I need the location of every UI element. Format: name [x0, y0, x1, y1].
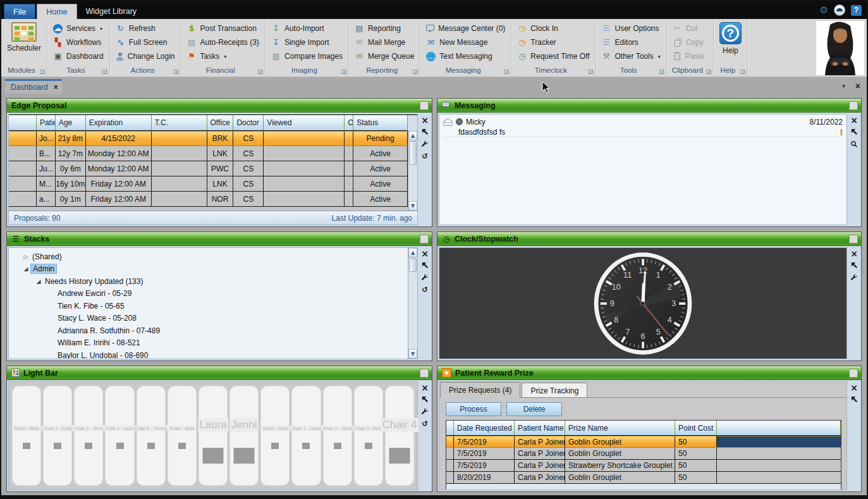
row-selector[interactable]	[446, 460, 454, 471]
popout-arrow-icon[interactable]	[850, 128, 859, 136]
user-avatar[interactable]	[816, 20, 865, 76]
messaging-header[interactable]: Messaging	[437, 99, 861, 113]
row-selector[interactable]	[446, 436, 454, 447]
tab-prize-requests[interactable]: Prize Requests (4)	[440, 382, 520, 398]
maximize-widget-icon[interactable]	[420, 235, 429, 243]
row-selector[interactable]	[9, 176, 37, 191]
messaging-dialog-launcher-icon[interactable]: ◲	[504, 69, 510, 75]
workflows-button[interactable]: ▚Workflows	[53, 35, 104, 49]
tree-item-shared[interactable]: ▷(Shared)	[11, 250, 417, 263]
tree-item-adrianna-r-sotfuthin-07-489[interactable]: Adrianna R. Sotfuthin - 07-489	[11, 324, 417, 337]
popout-arrow-icon[interactable]	[420, 128, 429, 136]
refresh-widget-icon[interactable]: ↺	[420, 152, 429, 160]
column-header-status[interactable]: Status	[353, 115, 408, 130]
column-header-patie[interactable]: Patie	[37, 115, 56, 130]
tree-item-admin[interactable]: ◢Admin	[11, 263, 417, 276]
tree-item-william-e-iririhi-08-521[interactable]: William E. Iririhi - 08-521	[11, 337, 417, 350]
expanded-triangle-icon[interactable]: ◢	[34, 278, 43, 285]
expanded-triangle-icon[interactable]: ◢	[21, 266, 30, 272]
close-tab-icon[interactable]: ×	[54, 83, 58, 92]
column-header-o[interactable]: O	[345, 115, 353, 130]
popout-arrow-icon[interactable]	[850, 395, 859, 404]
help-question-icon[interactable]: ?	[851, 5, 862, 16]
user-options-button[interactable]: ☰User Options	[602, 22, 661, 35]
chair-bar-laura[interactable]: Laura	[199, 386, 228, 486]
refresh-widget-icon[interactable]: ↺	[420, 419, 429, 428]
new-message-button[interactable]: ✉New Message	[426, 35, 505, 49]
edge-proposal-header[interactable]: Edge Proposal	[7, 99, 432, 113]
chair-bar-jenni[interactable]: Jenni	[229, 386, 259, 486]
imaging-dialog-launcher-icon[interactable]: ◲	[341, 69, 346, 75]
column-header-prize-name[interactable]: Prize Name	[565, 421, 675, 435]
delete-button[interactable]: Delete	[506, 402, 562, 416]
maximize-widget-icon[interactable]	[849, 369, 858, 378]
full-screen-button[interactable]: ↔Full Screen	[116, 35, 175, 49]
maximize-widget-icon[interactable]	[849, 235, 858, 243]
scroll-thumb[interactable]	[409, 258, 417, 272]
other-tools-button[interactable]: ⚒Other Tools▾	[602, 49, 661, 63]
stacks-header[interactable]: ☰ Stacks	[7, 232, 432, 246]
table-row[interactable]: Jo...21y 8m4/15/2022BRKCSPending	[9, 131, 408, 146]
refresh-button[interactable]: ↻Refresh	[116, 22, 175, 35]
actions-dialog-launcher-icon[interactable]: ◲	[173, 69, 179, 75]
message-center-0-button[interactable]: Message Center (0)	[426, 22, 505, 35]
services-button[interactable]: ☁Services▾	[53, 22, 104, 35]
table-row[interactable]: B...12y 7mMonday 12:00 AMLNKCSActive	[9, 146, 408, 161]
clipboard-dialog-launcher-icon[interactable]: ◲	[706, 69, 711, 75]
post-transaction-button[interactable]: $Post Transaction	[187, 22, 259, 35]
auto-import-button[interactable]: ↧Auto-Import	[271, 22, 343, 35]
help-dialog-launcher-icon[interactable]: ◲	[740, 69, 745, 75]
request-time-off-button[interactable]: ◷Request Time Off	[517, 49, 589, 63]
tree-item-tien-k-fibe-05-65[interactable]: Tien K. Fibe - 05-65	[11, 300, 417, 312]
row-selector[interactable]	[9, 132, 37, 145]
popout-arrow-icon[interactable]	[420, 395, 429, 404]
message-item[interactable]: Micky 8/11/2022	[443, 116, 843, 127]
single-import-button[interactable]: ↧Single Import	[271, 35, 343, 49]
tree-item-baylor-l-undobal-08-690[interactable]: Baylor L. Undobal - 08-690	[11, 349, 417, 359]
column-header-doctor[interactable]: Doctor	[233, 115, 264, 130]
chair-bar-chair-3-jenni[interactable]: Chair 3 - Jenni	[74, 386, 103, 486]
patient-reward-header[interactable]: ★ Patient Reward Prize	[437, 366, 861, 380]
chair-bar-chair-2-jenni[interactable]: Chair 2 - Jenni	[323, 386, 352, 486]
column-header-office[interactable]: Office	[207, 115, 234, 130]
reporting-dialog-launcher-icon[interactable]: ◲	[413, 69, 419, 75]
wrench-settings-icon[interactable]	[420, 140, 429, 148]
scheduler-button[interactable]: Scheduler	[7, 22, 41, 52]
maximize-widget-icon[interactable]	[420, 369, 429, 378]
tools-dialog-launcher-icon[interactable]: ◲	[659, 69, 664, 75]
light-bar-header[interactable]: Light Bar	[7, 366, 432, 380]
tasks-dialog-launcher-icon[interactable]: ◲	[102, 69, 107, 75]
column-header-age[interactable]: Age	[56, 115, 86, 130]
column-header-expiration[interactable]: Expiration	[86, 115, 152, 130]
chair-bar-exam-nicki[interactable]: Exam - Nicki	[260, 386, 290, 486]
reporting-button[interactable]: ▤Reporting	[355, 22, 414, 35]
maximize-widget-icon[interactable]	[849, 101, 858, 110]
table-row[interactable]: 7/5/2019Carla P JoinerGoblin Grouplet50	[446, 448, 841, 460]
scroll-thumb[interactable]	[409, 141, 417, 165]
column-header-selector[interactable]	[9, 115, 37, 130]
table-row[interactable]: 8/20/2019Carla P JoinerGoblin Grouplet50	[446, 472, 841, 484]
process-button[interactable]: Process	[446, 402, 501, 416]
tasks-button[interactable]: ⚑Tasks▾	[187, 49, 259, 63]
tab-widget-library[interactable]: Widget Library	[77, 4, 146, 19]
close-widget-icon[interactable]: ×	[420, 116, 429, 124]
settings-gears-icon[interactable]: ⚙	[820, 6, 828, 15]
tracker-button[interactable]: ◷Tracker	[517, 35, 589, 49]
wrench-settings-icon[interactable]	[850, 273, 859, 281]
chair-bar-exam-nicki[interactable]: Exam - Nicki	[168, 386, 197, 486]
table-row[interactable]: 7/5/2019Carla P JoinerStrawberry Shortca…	[446, 460, 841, 472]
auto-receipts-3-button[interactable]: ▤Auto-Receipts (3)	[187, 35, 259, 49]
chair-bar-chair-2-emily[interactable]: Chair 2 - Emily	[43, 386, 72, 486]
dashboard-button[interactable]: ▣Dashboard	[53, 49, 104, 63]
merge-queue-button[interactable]: ✉Merge Queue	[355, 49, 414, 63]
close-widget-icon[interactable]: ×	[850, 116, 859, 124]
editors-button[interactable]: ☰Editors	[602, 35, 661, 49]
message-preview-row[interactable]: fdasdfdsfsd fs !	[443, 127, 843, 137]
column-header-point-cost[interactable]: Point Cost	[675, 421, 717, 435]
collapse-ribbon-icon[interactable]	[834, 4, 845, 16]
chair-bar-chair-1-laura[interactable]: Chair 1 - Laura	[291, 386, 321, 486]
tree-item-needs-history-updated-133[interactable]: ◢Needs History Updated (133)	[11, 275, 417, 288]
financial-dialog-launcher-icon[interactable]: ◲	[257, 69, 263, 75]
row-selector[interactable]	[9, 161, 37, 176]
column-header-t-c[interactable]: T.C.	[152, 115, 207, 130]
